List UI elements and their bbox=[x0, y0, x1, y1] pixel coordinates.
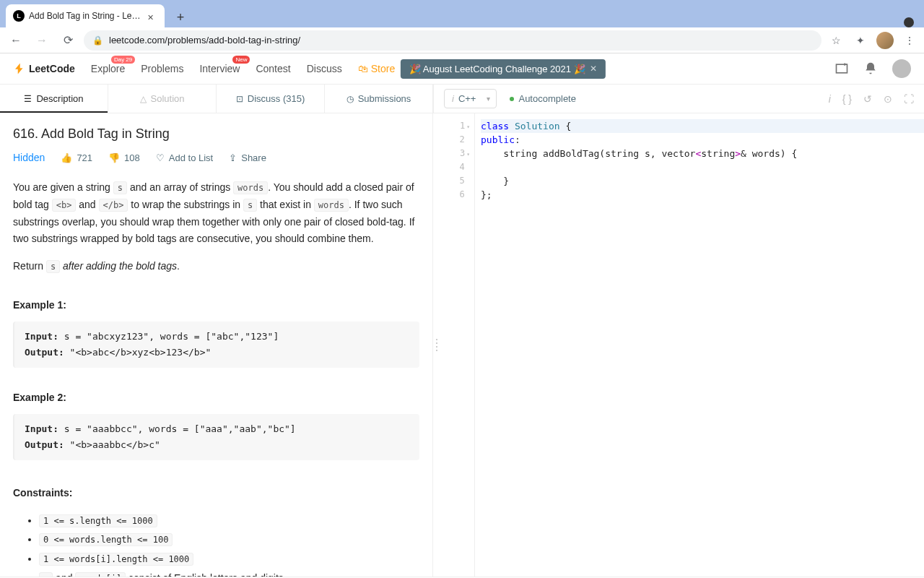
reload-button[interactable]: ⟳ bbox=[58, 30, 78, 51]
nav-contest[interactable]: Contest bbox=[256, 63, 290, 74]
new-tab-button[interactable] bbox=[170, 7, 191, 27]
user-avatar[interactable] bbox=[892, 59, 911, 78]
tab-discuss[interactable]: ⊡ Discuss (315) bbox=[217, 85, 325, 113]
status-dot-icon bbox=[510, 97, 514, 101]
tab-submissions[interactable]: ◷ Submissions bbox=[325, 85, 433, 113]
browser-toolbar: ← → ⟳ 🔒 leetcode.com/problems/add-bold-t… bbox=[0, 27, 924, 53]
code-editor[interactable]: 1▾ 2 3▾ 4 5 6 class Solution { public: s… bbox=[440, 113, 924, 577]
panel-tabs: ☰ Description △ Solution ⊡ Discuss (315)… bbox=[0, 85, 924, 113]
example-2-title: Example 2: bbox=[13, 389, 419, 407]
problem-meta: Hidden 👍721 👎108 ♡Add to List ⇪Share bbox=[13, 152, 419, 163]
share-icon: ⇪ bbox=[229, 152, 237, 163]
add-to-list-button[interactable]: ♡Add to List bbox=[156, 152, 213, 163]
close-icon[interactable] bbox=[147, 11, 157, 21]
menu-icon[interactable]: ⋮ bbox=[901, 32, 918, 49]
thumbs-down-icon: 👎 bbox=[108, 152, 120, 163]
url-bar[interactable]: 🔒 leetcode.com/problems/add-bold-tag-in-… bbox=[84, 30, 821, 51]
nav-discuss[interactable]: Discuss bbox=[307, 63, 342, 74]
like-button[interactable]: 👍721 bbox=[61, 152, 92, 163]
constraints-list: 1 <= s.length <= 1000 0 <= words.length … bbox=[13, 511, 419, 577]
problem-description: You are given a string s and an array of… bbox=[13, 179, 419, 577]
logo-icon bbox=[13, 62, 26, 75]
settings-icon[interactable]: ⊙ bbox=[884, 93, 892, 105]
store-icon: 🛍 bbox=[358, 63, 368, 74]
playground-icon[interactable] bbox=[834, 61, 849, 76]
language-select[interactable]: i C++ bbox=[444, 89, 497, 108]
bell-icon[interactable] bbox=[863, 61, 878, 76]
profile-avatar[interactable] bbox=[876, 32, 894, 49]
problem-panel[interactable]: 616. Add Bold Tag in String Hidden 👍721 … bbox=[0, 113, 433, 577]
leetcode-logo[interactable]: LeetCode bbox=[13, 62, 75, 75]
description-icon: ☰ bbox=[24, 94, 32, 104]
lock-icon: 🔒 bbox=[92, 35, 103, 46]
problem-title: 616. Add Bold Tag in String bbox=[13, 126, 419, 142]
autocomplete-indicator[interactable]: Autocomplete bbox=[510, 93, 576, 104]
example-2-block: Input: s = "aaabbcc", words = ["aaa","aa… bbox=[13, 414, 419, 460]
example-1-title: Example 1: bbox=[13, 297, 419, 314]
braces-icon[interactable]: { } bbox=[842, 93, 852, 105]
tab-solution[interactable]: △ Solution bbox=[108, 85, 217, 113]
forward-button[interactable]: → bbox=[32, 30, 52, 51]
challenge-banner[interactable]: 🎉 August LeetCoding Challenge 2021 🎉 ✕ bbox=[401, 59, 606, 79]
reset-icon[interactable]: ↺ bbox=[863, 93, 872, 105]
submissions-icon: ◷ bbox=[346, 94, 354, 104]
constraints-title: Constraints: bbox=[13, 485, 419, 502]
dislike-button[interactable]: 👎108 bbox=[108, 152, 140, 163]
close-icon[interactable]: ✕ bbox=[590, 64, 597, 74]
tab-description[interactable]: ☰ Description bbox=[0, 85, 108, 113]
extensions-icon[interactable]: ✦ bbox=[852, 32, 869, 49]
nav-interview[interactable]: Interview New bbox=[199, 63, 240, 74]
url-text: leetcode.com/problems/add-bold-tag-in-st… bbox=[109, 35, 300, 46]
heart-icon: ♡ bbox=[156, 152, 165, 163]
back-button[interactable]: ← bbox=[6, 30, 26, 51]
editor-gutter: 1▾ 2 3▾ 4 5 6 bbox=[440, 113, 475, 577]
difficulty-badge: Hidden bbox=[13, 152, 45, 163]
explore-badge: Day 29 bbox=[111, 56, 135, 64]
leetcode-navbar: LeetCode Explore Day 29 Problems Intervi… bbox=[0, 53, 924, 85]
nav-store[interactable]: 🛍 Store bbox=[358, 63, 395, 74]
thumbs-up-icon: 👍 bbox=[61, 152, 72, 163]
info-icon[interactable]: i bbox=[829, 93, 831, 105]
nav-explore[interactable]: Explore Day 29 bbox=[91, 63, 125, 74]
interview-badge: New bbox=[232, 56, 250, 64]
editor-content[interactable]: class Solution { public: string addBoldT… bbox=[475, 113, 924, 577]
star-icon[interactable]: ☆ bbox=[827, 32, 845, 49]
info-icon: i bbox=[452, 93, 454, 104]
discuss-icon: ⊡ bbox=[236, 94, 243, 104]
svg-rect-0 bbox=[837, 64, 847, 73]
panel-splitter[interactable] bbox=[433, 113, 440, 577]
share-button[interactable]: ⇪Share bbox=[229, 152, 266, 163]
profile-dot-icon[interactable] bbox=[904, 17, 914, 27]
tab-title: Add Bold Tag in String - LeetC bbox=[29, 11, 143, 21]
example-1-block: Input: s = "abcxyz123", words = ["abc","… bbox=[13, 322, 419, 368]
fullscreen-icon[interactable]: ⛶ bbox=[904, 93, 914, 105]
lock-icon: △ bbox=[140, 94, 147, 104]
browser-tab[interactable]: L Add Bold Tag in String - LeetC bbox=[6, 4, 165, 27]
browser-tab-strip: L Add Bold Tag in String - LeetC bbox=[0, 0, 924, 27]
favicon: L bbox=[13, 10, 25, 22]
nav-problems[interactable]: Problems bbox=[141, 63, 183, 74]
